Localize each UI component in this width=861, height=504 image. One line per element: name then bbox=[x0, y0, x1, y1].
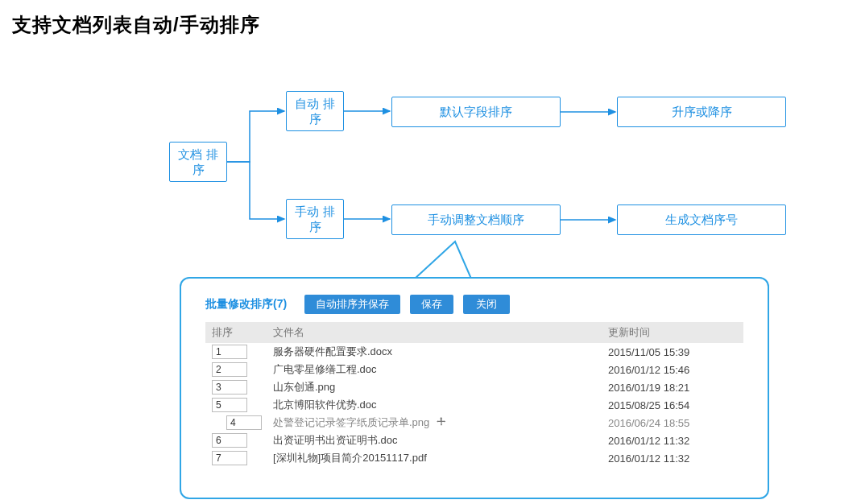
panel-title: 批量修改排序(7) bbox=[205, 297, 287, 312]
file-name: 山东创通.png bbox=[267, 378, 602, 396]
file-time: 2016/01/12 11:32 bbox=[602, 449, 743, 467]
file-time: 2016/01/19 18:21 bbox=[602, 378, 743, 396]
node-adjust-order: 手动调整文档顺序 bbox=[391, 204, 561, 235]
table-row[interactable]: 广电零星修缮工程.doc 2016/01/12 15:46 bbox=[205, 361, 743, 378]
table-row[interactable]: 出资证明书出资证明书.doc 2016/01/12 11:32 bbox=[205, 432, 743, 449]
table-header-row: 排序 文件名 更新时间 bbox=[205, 322, 743, 343]
node-root: 文档 排序 bbox=[169, 142, 227, 182]
col-time: 更新时间 bbox=[602, 322, 743, 343]
node-manual: 手动 排序 bbox=[286, 199, 344, 239]
file-name: 出资证明书出资证明书.doc bbox=[267, 432, 602, 449]
node-auto: 自动 排序 bbox=[286, 91, 344, 131]
sort-input[interactable] bbox=[212, 433, 247, 448]
close-button[interactable]: 关闭 bbox=[463, 295, 510, 314]
sort-input[interactable] bbox=[212, 398, 247, 412]
file-time: 2015/11/05 15:39 bbox=[602, 343, 743, 361]
panel-header: 批量修改排序(7) 自动排序并保存 保存 关闭 bbox=[205, 295, 743, 314]
file-time: 2016/06/24 18:55 bbox=[602, 414, 743, 432]
node-default-field: 默认字段排序 bbox=[391, 97, 561, 127]
file-time: 2015/08/25 16:54 bbox=[602, 396, 743, 414]
svg-marker-0 bbox=[415, 242, 471, 279]
node-gen-seq: 生成文档序号 bbox=[617, 204, 786, 235]
file-name: [深圳礼物]项目简介20151117.pdf bbox=[267, 449, 602, 467]
sort-input[interactable] bbox=[212, 380, 247, 395]
file-time: 2016/01/12 15:46 bbox=[602, 361, 743, 378]
save-button[interactable]: 保存 bbox=[410, 295, 453, 314]
table-row[interactable]: 北京博阳软件优势.doc 2015/08/25 16:54 bbox=[205, 396, 743, 414]
file-name: 服务器硬件配置要求.docx bbox=[267, 343, 602, 361]
auto-sort-save-button[interactable]: 自动排序并保存 bbox=[304, 295, 400, 314]
col-sort: 排序 bbox=[205, 322, 267, 343]
sort-input[interactable] bbox=[226, 415, 262, 430]
sort-panel: 批量修改排序(7) 自动排序并保存 保存 关闭 排序 文件名 更新时间 服务器硬… bbox=[180, 277, 769, 499]
sort-input[interactable] bbox=[212, 345, 247, 359]
table-row[interactable]: 服务器硬件配置要求.docx 2015/11/05 15:39 bbox=[205, 343, 743, 361]
node-asc-desc: 升序或降序 bbox=[617, 97, 786, 127]
col-name: 文件名 bbox=[267, 322, 602, 343]
table-row[interactable]: [深圳礼物]项目简介20151117.pdf 2016/01/12 11:32 bbox=[205, 449, 743, 467]
file-name: 广电零星修缮工程.doc bbox=[267, 361, 602, 378]
file-time: 2016/01/12 11:32 bbox=[602, 432, 743, 449]
file-name: 处警登记记录签字纸质记录单.png bbox=[267, 414, 602, 432]
sort-table: 排序 文件名 更新时间 服务器硬件配置要求.docx 2015/11/05 15… bbox=[205, 322, 743, 467]
drag-cursor-icon bbox=[436, 416, 447, 430]
file-name: 北京博阳软件优势.doc bbox=[267, 396, 602, 414]
page-title: 支持文档列表自动/手动排序 bbox=[12, 12, 260, 38]
sort-input[interactable] bbox=[212, 451, 247, 465]
table-row[interactable]: 山东创通.png 2016/01/19 18:21 bbox=[205, 378, 743, 396]
sort-input[interactable] bbox=[212, 362, 247, 377]
table-row-dragging[interactable]: 处警登记记录签字纸质记录单.png 2016/06/24 18:55 bbox=[205, 414, 743, 432]
